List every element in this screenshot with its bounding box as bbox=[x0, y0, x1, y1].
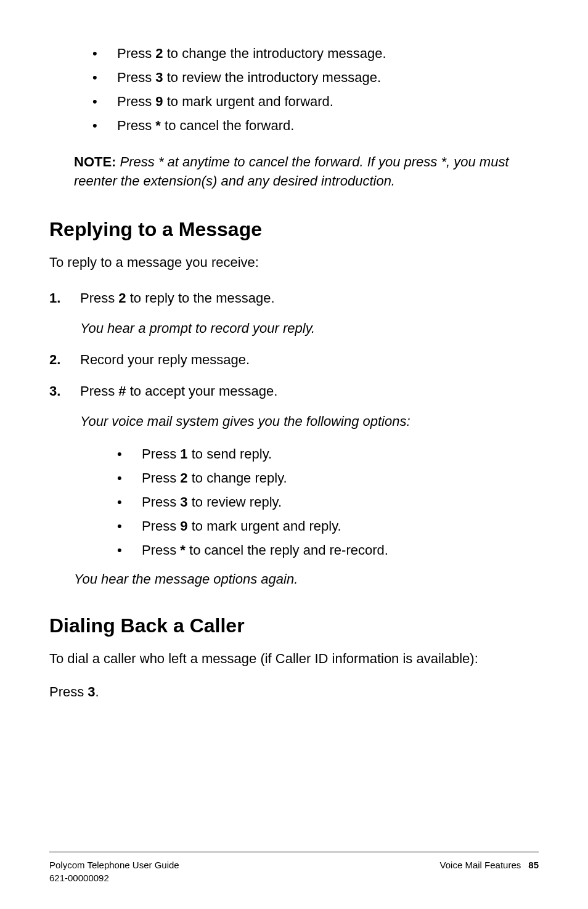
bullet-key: 1 bbox=[180, 446, 187, 462]
bullet-suffix: to change the introductory message. bbox=[163, 46, 386, 61]
list-item: Press * to cancel the forward. bbox=[92, 115, 539, 136]
footer-chapter: Voice Mail Features bbox=[440, 860, 521, 870]
bullet-prefix: Press bbox=[117, 70, 155, 85]
list-item: Press 3 to review the introductory messa… bbox=[92, 67, 539, 88]
list-item: Press * to cancel the reply and re-recor… bbox=[117, 540, 539, 560]
top-bullet-list: Press 2 to change the introductory messa… bbox=[92, 43, 539, 136]
bullet-suffix: to review reply. bbox=[188, 494, 282, 510]
list-item: 3. Press # to accept your message. Your … bbox=[49, 381, 539, 560]
bullet-prefix: Press bbox=[117, 118, 155, 133]
bullet-key: 3 bbox=[180, 494, 187, 510]
step-number: 2. bbox=[49, 349, 60, 370]
section-intro: To dial a caller who left a message (if … bbox=[49, 651, 539, 667]
bullet-prefix: Press bbox=[117, 46, 155, 61]
footer-guide-title: Polycom Telephone User Guide bbox=[49, 858, 179, 871]
reply-steps-list: 1. Press 2 to reply to the message. You … bbox=[49, 288, 539, 560]
bullet-prefix: Press bbox=[142, 542, 180, 558]
section-intro: To reply to a message you receive: bbox=[49, 255, 539, 271]
note-body: Press * at anytime to cancel the forward… bbox=[74, 154, 509, 189]
bullet-suffix: to cancel the forward. bbox=[161, 118, 294, 133]
bullet-key: 3 bbox=[155, 70, 163, 85]
section-heading-replying: Replying to a Message bbox=[49, 218, 539, 241]
note-label: NOTE: bbox=[74, 154, 116, 169]
bullet-key: 9 bbox=[180, 518, 187, 534]
list-item: Press 9 to mark urgent and reply. bbox=[117, 516, 539, 536]
footer-doc-number: 621-00000092 bbox=[49, 871, 179, 884]
step-italic: You hear a prompt to record your reply. bbox=[80, 318, 539, 338]
bullet-prefix: Press bbox=[117, 94, 155, 109]
list-item: 2. Record your reply message. bbox=[49, 349, 539, 370]
list-item: Press 3 to review reply. bbox=[117, 492, 539, 512]
bullet-prefix: Press bbox=[142, 494, 180, 510]
page-footer: Polycom Telephone User Guide 621-0000009… bbox=[49, 852, 539, 884]
after-bullets-italic: You hear the message options again. bbox=[74, 571, 539, 587]
list-item: Press 2 to change the introductory messa… bbox=[92, 43, 539, 63]
bullet-key: * bbox=[180, 542, 186, 558]
bullet-prefix: Press bbox=[142, 470, 180, 486]
section-heading-dialing: Dialing Back a Caller bbox=[49, 614, 539, 637]
list-item: 1. Press 2 to reply to the message. You … bbox=[49, 288, 539, 338]
footer-right: Voice Mail Features85 bbox=[440, 858, 539, 884]
body-suffix: . bbox=[96, 684, 99, 699]
bullet-key: * bbox=[155, 118, 161, 133]
press-3-line: Press 3. bbox=[49, 684, 539, 700]
step-key: # bbox=[118, 383, 126, 399]
footer-page-number: 85 bbox=[528, 860, 539, 870]
bullet-suffix: to review the introductory message. bbox=[163, 70, 381, 85]
step-key: 2 bbox=[118, 290, 126, 306]
step-prefix: Press bbox=[80, 383, 118, 399]
bullet-prefix: Press bbox=[142, 446, 180, 462]
list-item: Press 2 to change reply. bbox=[117, 468, 539, 488]
step-number: 1. bbox=[49, 288, 60, 308]
bullet-suffix: to mark urgent and forward. bbox=[163, 94, 333, 109]
bullet-key: 2 bbox=[180, 470, 187, 486]
footer-left: Polycom Telephone User Guide 621-0000009… bbox=[49, 858, 179, 884]
step-suffix: to reply to the message. bbox=[126, 290, 275, 306]
step-prefix: Press bbox=[80, 290, 118, 306]
bullet-key: 2 bbox=[155, 46, 163, 61]
step-suffix: to accept your message. bbox=[126, 383, 278, 399]
step-italic: Your voice mail system gives you the fol… bbox=[80, 411, 539, 431]
reply-options-list: Press 1 to send reply. Press 2 to change… bbox=[117, 444, 539, 560]
step-text: Record your reply message. bbox=[80, 352, 250, 367]
bullet-suffix: to cancel the reply and re-record. bbox=[186, 542, 388, 558]
note-block: NOTE: Press * at anytime to cancel the f… bbox=[74, 153, 539, 191]
body-prefix: Press bbox=[49, 684, 88, 699]
bullet-prefix: Press bbox=[142, 518, 180, 534]
list-item: Press 9 to mark urgent and forward. bbox=[92, 91, 539, 112]
body-key: 3 bbox=[88, 684, 95, 699]
bullet-suffix: to change reply. bbox=[188, 470, 287, 486]
bullet-key: 9 bbox=[155, 94, 163, 109]
step-number: 3. bbox=[49, 381, 60, 401]
list-item: Press 1 to send reply. bbox=[117, 444, 539, 464]
bullet-suffix: to send reply. bbox=[188, 446, 272, 462]
bullet-suffix: to mark urgent and reply. bbox=[188, 518, 341, 534]
